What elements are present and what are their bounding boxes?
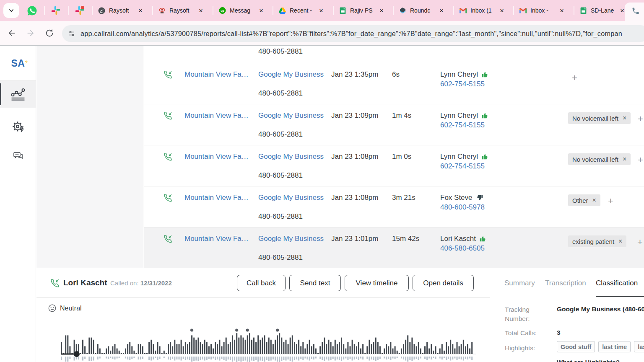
remove-tag-icon[interactable]: × xyxy=(623,114,626,122)
tab-inbox-1[interactable]: Inbox (1 × xyxy=(454,0,514,21)
neutral-face-icon xyxy=(48,304,56,312)
back-button[interactable] xyxy=(5,26,18,40)
highlight-chip[interactable]: last time xyxy=(598,341,631,352)
call-time: Jan 23 1:09pm xyxy=(331,111,378,120)
tab-callrail-active[interactable] xyxy=(625,3,644,21)
sidebar-item-analytics[interactable] xyxy=(0,81,36,108)
incoming-call-icon xyxy=(164,70,172,79)
thumbs-up-icon xyxy=(481,71,489,78)
company-link[interactable]: Mountain View Fa… xyxy=(184,153,249,161)
call-row[interactable]: Mountain View Fa…Google My Business480-6… xyxy=(144,145,644,186)
call-row[interactable]: Mountain View Fa…Google My Business480-6… xyxy=(144,104,644,145)
caller-name: Lynn Cheryl xyxy=(440,111,489,120)
incoming-call-icon xyxy=(164,235,172,243)
add-tag-button[interactable]: + xyxy=(638,114,643,124)
company-link[interactable]: Mountain View Fa… xyxy=(184,194,249,202)
tracking-source-link[interactable]: Google My Business xyxy=(258,70,324,79)
incoming-call-icon xyxy=(164,194,172,202)
open-details-button[interactable]: Open details xyxy=(413,275,474,291)
tab-summary[interactable]: Summary xyxy=(504,279,535,287)
sidebar-item-settings[interactable] xyxy=(0,114,36,140)
tab-recent[interactable]: Recent - × xyxy=(274,0,333,21)
company-link[interactable]: Mountain View Fa… xyxy=(184,70,249,79)
highlight-chip[interactable]: Good stuff xyxy=(557,341,595,352)
address-bar[interactable]: app.callrail.com/analytics/a/537900785/r… xyxy=(62,25,644,42)
tab-roundcube[interactable]: Roundc × xyxy=(394,0,454,21)
pinned-tab-slack[interactable] xyxy=(50,5,61,16)
tab-transcription[interactable]: Transcription xyxy=(545,279,586,287)
call-duration: 6s xyxy=(392,70,400,79)
tab-close-icon[interactable]: × xyxy=(558,7,566,14)
remove-tag-icon[interactable]: × xyxy=(618,238,622,245)
sidebar-item-conversations[interactable] xyxy=(0,142,36,169)
tracking-source-link[interactable]: Google My Business xyxy=(258,111,324,120)
tab-close-icon[interactable]: × xyxy=(438,7,445,14)
tab-close-icon[interactable]: × xyxy=(257,7,265,14)
send-text-button[interactable]: Send text xyxy=(289,275,341,291)
tab-close-icon[interactable]: × xyxy=(317,7,325,14)
tab-title: Roundc xyxy=(410,7,436,14)
total-calls-label: Total Calls: xyxy=(505,328,552,338)
add-tag-button[interactable]: + xyxy=(572,72,577,83)
tab-search-button[interactable] xyxy=(3,3,19,18)
phone-icon xyxy=(631,7,640,17)
tab-close-icon[interactable]: × xyxy=(137,7,144,14)
tab-messages[interactable]: up Messag × xyxy=(214,0,273,21)
gmail-icon xyxy=(460,7,467,14)
chevron-down-icon xyxy=(8,8,14,13)
highlights-help-link[interactable]: What are Highlights? xyxy=(557,359,620,362)
call-list: 480-605-2881 Mountain View Fa…Google My … xyxy=(144,46,644,268)
tab-raysoft-2[interactable]: Raysoft × xyxy=(153,0,213,21)
call-duration: 3m 21s xyxy=(392,194,415,202)
company-link[interactable]: Mountain View Fa… xyxy=(184,235,249,243)
caller-phone-link[interactable]: 602-754-5155 xyxy=(440,162,485,171)
browser-toolbar: app.callrail.com/analytics/a/537900785/r… xyxy=(0,21,644,46)
tab-classification[interactable]: Classification xyxy=(596,279,638,287)
call-row[interactable]: Mountain View Fa…Google My Business480-6… xyxy=(144,63,644,104)
incoming-call-icon xyxy=(164,153,172,161)
caller-phone-link[interactable]: 480-600-5978 xyxy=(440,203,485,212)
tab-raysoft-1[interactable]: Raysoft × xyxy=(93,0,153,21)
tab-close-icon[interactable]: × xyxy=(378,7,385,14)
caller-phone-link[interactable]: 406-580-6505 xyxy=(440,244,485,253)
add-tag-button[interactable]: + xyxy=(638,155,643,165)
caller-phone-link[interactable]: 602-754-5155 xyxy=(440,121,485,129)
tab-close-icon[interactable]: × xyxy=(498,7,506,14)
waveform[interactable] xyxy=(61,316,480,362)
pinned-tab-slack-2[interactable] xyxy=(74,5,85,16)
call-back-button[interactable]: Call back xyxy=(237,275,286,291)
google-drive-icon xyxy=(279,7,286,14)
tracking-source-link[interactable]: Google My Business xyxy=(258,235,324,243)
call-row[interactable]: Mountain View Fa…Google My Business480-6… xyxy=(144,186,644,227)
tab-rajiv-ps[interactable]: Rajiv PS × xyxy=(334,0,394,21)
reload-button[interactable] xyxy=(43,26,56,40)
tab-title: Messag xyxy=(230,7,256,14)
add-tag-button[interactable]: + xyxy=(608,196,613,207)
call-time: Jan 23 1:08pm xyxy=(331,194,378,202)
tracking-source-link[interactable]: Google My Business xyxy=(258,194,324,202)
site-settings-icon[interactable] xyxy=(68,30,75,37)
tracking-number: 480-605-2881 xyxy=(258,171,303,180)
add-tag-button[interactable]: + xyxy=(637,237,643,248)
view-timeline-button[interactable]: View timeline xyxy=(345,275,409,291)
pinned-tab-whatsapp[interactable] xyxy=(26,5,37,16)
app-sidebar: SA xyxy=(0,46,36,362)
company-link[interactable]: Mountain View Fa… xyxy=(184,111,249,120)
call-duration: 1m 0s xyxy=(392,153,411,161)
call-row[interactable]: Mountain View Fa…Google My Business480-6… xyxy=(144,227,644,268)
caller-phone-link[interactable]: 602-754-5155 xyxy=(440,80,485,88)
call-time: Jan 23 1:35pm xyxy=(331,70,378,79)
tracking-source-link[interactable]: Google My Business xyxy=(258,153,324,161)
account-logo[interactable]: SA xyxy=(0,58,36,69)
tab-inbox-2[interactable]: Inbox - × xyxy=(514,0,574,21)
tab-title: Recent - xyxy=(290,7,316,14)
highlight-chip[interactable]: last ti xyxy=(634,341,644,352)
tracking-number: 480-605-2881 xyxy=(258,253,303,262)
active-tab-underline xyxy=(596,296,644,297)
highlight-chips: Good stuff last time last ti xyxy=(557,341,644,352)
sentiment: Neutral xyxy=(48,304,82,312)
remove-tag-icon[interactable]: × xyxy=(623,155,626,163)
tab-close-icon[interactable]: × xyxy=(197,7,205,14)
forward-button[interactable] xyxy=(24,26,37,40)
remove-tag-icon[interactable]: × xyxy=(592,197,596,204)
